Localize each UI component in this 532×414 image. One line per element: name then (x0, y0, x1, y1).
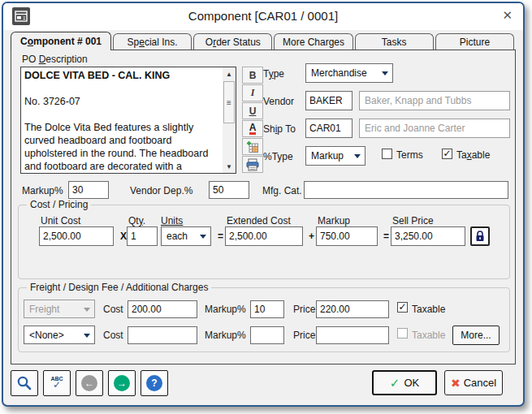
next-button[interactable]: → (108, 370, 136, 396)
freight-markup-input-1[interactable] (250, 300, 284, 318)
extended-cost-label: Extended Cost (227, 215, 291, 226)
markup-pct-label: Markup% (22, 185, 63, 196)
freight-taxable-checkbox-2 (397, 328, 408, 339)
mfg-cat-label: Mfg. Cat. (262, 185, 302, 196)
previous-button[interactable]: ← (76, 370, 103, 396)
unit-cost-label: Unit Cost (41, 215, 80, 226)
font-color-button[interactable]: A (242, 120, 263, 137)
unit-cost-input[interactable] (39, 226, 114, 246)
sell-price-label: Sell Price (392, 215, 434, 226)
po-text-title: DOLCE VITA BED - CAL. KING (24, 69, 221, 82)
help-button[interactable]: ? (141, 370, 168, 396)
italic-icon: I (251, 87, 255, 99)
markup-pct-input[interactable] (68, 181, 109, 199)
tab-picture[interactable]: Picture (435, 33, 514, 50)
scroll-up-icon[interactable]: ▲ (223, 68, 236, 80)
equals-operator: = (383, 231, 389, 242)
tab-special-ins[interactable]: Special Ins. (113, 33, 192, 50)
price-lock-button[interactable] (470, 226, 490, 246)
cost-pricing-group: Cost / Pricing Unit Cost X Qty. Units ea… (18, 205, 510, 279)
check-icon: ✓ (443, 149, 451, 158)
markup-label-2: Markup% (205, 330, 246, 341)
scroll-grip-icon: ≡ (227, 98, 231, 107)
chevron-down-icon (382, 71, 388, 75)
freight-price-input-2[interactable] (316, 326, 389, 344)
po-text-body: The Dolce Vita Bed features a slightly c… (24, 121, 221, 173)
qty-input[interactable] (127, 226, 158, 246)
po-description-text: DOLCE VITA BED - CAL. KING No. 3726-07 T… (24, 69, 221, 173)
bold-button[interactable]: B (242, 67, 263, 84)
italic-button[interactable]: I (242, 84, 263, 101)
tab-tasks[interactable]: Tasks (355, 33, 434, 50)
x-icon: ✖ (451, 377, 461, 390)
po-description-label: PO Description (22, 54, 88, 65)
check-icon: ✓ (398, 302, 406, 312)
spellcheck-icon: ABC ✓ (50, 376, 63, 390)
ship-to-code-input[interactable] (305, 119, 353, 138)
ship-to-label: Ship To (263, 123, 296, 135)
freight-taxable-label-2: Taxable (412, 330, 445, 341)
chevron-down-icon (200, 235, 206, 239)
chevron-down-icon (354, 154, 361, 158)
vendor-code-input[interactable] (305, 91, 353, 110)
charge-type-dropdown-2[interactable]: <None> (24, 326, 95, 344)
cancel-button-label: Cancel (464, 377, 496, 389)
vendor-dep-pct-input[interactable] (209, 181, 249, 199)
units-dropdown[interactable]: each (161, 226, 211, 246)
tab-component-001[interactable]: Component # 001 (11, 32, 111, 50)
underline-icon: U (249, 106, 257, 117)
markup-amount-label: Markup (318, 215, 350, 226)
freight-cost-input-2[interactable] (128, 326, 197, 344)
taxable-checkbox[interactable]: ✓ (442, 149, 452, 159)
markup-amount-input[interactable] (316, 226, 378, 246)
extended-cost-input[interactable] (225, 226, 303, 246)
pct-type-label: %Type (263, 151, 293, 162)
scroll-down-icon[interactable]: ▼ (223, 161, 236, 172)
cancel-button[interactable]: ✖ Cancel (444, 370, 503, 395)
chevron-down-icon (84, 308, 90, 312)
equals-operator: = (218, 231, 223, 242)
search-icon (16, 375, 32, 391)
freight-legend: Freight / Design Fee / Additional Charge… (27, 282, 211, 293)
form-icon (12, 7, 30, 25)
type-dropdown[interactable]: Merchandise (305, 63, 393, 83)
insert-table-button[interactable] (242, 138, 263, 155)
scroll-thumb[interactable]: ≡ (223, 81, 235, 123)
vendor-name-display: Baker, Knapp and Tubbs (359, 91, 510, 110)
scrollbar[interactable]: ▲ ≡ ▼ (223, 67, 236, 173)
terms-checkbox[interactable] (382, 149, 392, 159)
times-operator: X (120, 231, 127, 242)
freight-taxable-checkbox-1[interactable]: ✓ (397, 302, 408, 313)
freight-price-input-1[interactable] (316, 300, 389, 318)
sell-price-input[interactable] (391, 226, 465, 246)
format-toolbar: B I U A (242, 67, 263, 173)
close-icon[interactable]: ✕ (502, 8, 513, 23)
screen: Component [CAR01 / 0001] ✕ Component # 0… (0, 0, 532, 414)
ok-button[interactable]: ✓ OK (372, 370, 437, 395)
print-button[interactable] (242, 156, 263, 173)
component-dialog: Component [CAR01 / 0001] ✕ Component # 0… (2, 2, 525, 407)
tab-strip: Component # 001 Special Ins. Order Statu… (11, 32, 516, 50)
freight-cost-input-1[interactable] (128, 300, 197, 318)
freight-markup-input-2[interactable] (250, 326, 284, 344)
font-color-icon: A (249, 123, 257, 136)
spellcheck-button[interactable]: ABC ✓ (43, 370, 71, 396)
mfg-cat-input[interactable] (304, 181, 508, 199)
underline-button[interactable]: U (242, 102, 263, 119)
help-icon: ? (146, 375, 162, 391)
more-button[interactable]: More... (452, 326, 500, 345)
tab-more-charges[interactable]: More Charges (274, 33, 353, 50)
cost-label-2: Cost (103, 330, 123, 341)
arrow-right-icon: → (114, 375, 130, 391)
title-bar: Component [CAR01 / 0001] ✕ (3, 3, 523, 30)
chevron-down-icon (84, 334, 90, 338)
tab-page: PO Description DOLCE VITA BED - CAL. KIN… (11, 50, 516, 364)
po-text-item-no: No. 3726-07 (24, 95, 221, 108)
plus-operator: + (309, 231, 314, 242)
tab-order-status[interactable]: Order Status (193, 33, 272, 50)
dialog-title: Component [CAR01 / 0001] (36, 9, 491, 23)
arrow-left-icon: ← (81, 375, 97, 391)
pct-type-dropdown[interactable]: Markup (305, 146, 365, 166)
po-description-editor[interactable]: DOLCE VITA BED - CAL. KING No. 3726-07 T… (20, 67, 236, 174)
search-button[interactable] (11, 370, 38, 396)
